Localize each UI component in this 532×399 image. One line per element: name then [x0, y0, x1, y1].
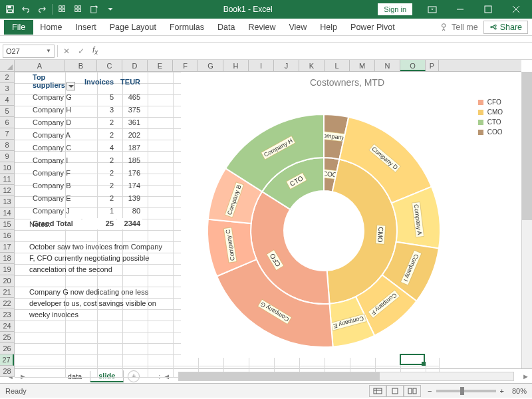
formula-input[interactable]: [100, 45, 529, 58]
table-row[interactable]: Company A2202: [31, 130, 142, 141]
normal-view-icon[interactable]: [369, 385, 386, 397]
filter-icon[interactable]: [66, 82, 75, 90]
tab-power-pivot[interactable]: Power Pivot: [344, 20, 402, 35]
row-header[interactable]: 10: [0, 162, 14, 174]
table-row[interactable]: Company C4187: [31, 142, 142, 154]
table-row[interactable]: Company G5465: [31, 92, 142, 103]
tab-file[interactable]: File: [4, 20, 33, 35]
tab-view[interactable]: View: [282, 20, 313, 35]
column-header[interactable]: B: [65, 60, 97, 71]
tab-page-layout[interactable]: Page Layout: [103, 20, 163, 35]
column-header[interactable]: F: [173, 60, 198, 71]
column-header[interactable]: J: [274, 60, 299, 71]
row-header[interactable]: 18: [0, 253, 14, 264]
maximize-icon[interactable]: [475, 1, 501, 17]
row-header[interactable]: 20: [0, 275, 14, 287]
redo-icon[interactable]: [35, 2, 49, 17]
zoom-slider[interactable]: [436, 390, 496, 392]
save-icon[interactable]: [3, 2, 17, 17]
tab-review[interactable]: Review: [241, 20, 282, 35]
column-header[interactable]: K: [299, 60, 325, 71]
table-row[interactable]: Company H3375: [31, 104, 142, 116]
page-break-view-icon[interactable]: [404, 385, 421, 397]
qat-icon-1[interactable]: [55, 2, 70, 17]
tab-help[interactable]: Help: [313, 20, 344, 35]
row-header[interactable]: 23: [0, 309, 14, 321]
row-header[interactable]: 12: [0, 185, 14, 196]
row-header[interactable]: 11: [0, 174, 14, 185]
row-header[interactable]: 8: [0, 140, 14, 151]
column-header[interactable]: M: [350, 60, 375, 71]
vertical-scrollbar[interactable]: [521, 72, 532, 368]
tab-formulas[interactable]: Formulas: [163, 20, 211, 35]
table-row[interactable]: Company F2176: [31, 168, 142, 179]
column-header[interactable]: C: [97, 60, 122, 71]
qat-icon-3[interactable]: [87, 2, 102, 17]
row-header[interactable]: 25: [0, 332, 14, 343]
zoom-out-button[interactable]: −: [428, 387, 432, 395]
table-row[interactable]: Company D2361: [31, 117, 142, 128]
zoom-level[interactable]: 80%: [512, 387, 527, 395]
pivot-table[interactable]: Top suppliers Invoices TEUR Company G546…: [29, 72, 144, 231]
undo-icon[interactable]: [19, 2, 33, 17]
column-header[interactable]: A: [15, 60, 65, 71]
cancel-formula-icon[interactable]: ✕: [61, 47, 72, 56]
sunburst-chart[interactable]: Costowners, MTD COOCMOCFOCTOCompany JCom…: [181, 72, 513, 358]
row-header[interactable]: 2: [0, 72, 14, 83]
row-header[interactable]: 9: [0, 151, 14, 162]
column-header[interactable]: H: [223, 60, 249, 71]
row-header[interactable]: 3: [0, 83, 14, 94]
chevron-down-icon[interactable]: ▼: [46, 48, 51, 54]
qat-customize-icon[interactable]: [103, 2, 118, 17]
row-header[interactable]: 27: [0, 354, 14, 366]
page-layout-view-icon[interactable]: [386, 385, 404, 397]
row-header[interactable]: 4: [0, 94, 14, 106]
column-header[interactable]: O: [400, 60, 426, 71]
fx-icon[interactable]: fx: [92, 45, 98, 56]
column-header[interactable]: E: [148, 60, 173, 71]
close-icon[interactable]: [503, 1, 529, 17]
row-header[interactable]: 26: [0, 343, 14, 354]
select-all-corner[interactable]: [0, 60, 15, 72]
row-header[interactable]: 13: [0, 196, 14, 207]
column-header[interactable]: N: [375, 60, 400, 71]
share-button[interactable]: Share: [483, 21, 528, 34]
row-header[interactable]: 5: [0, 106, 14, 117]
row-header[interactable]: 28: [0, 366, 14, 377]
row-header[interactable]: 16: [0, 230, 14, 241]
horizontal-scrollbar[interactable]: : ◄ ►: [153, 372, 532, 381]
sign-in-button[interactable]: Sign in: [378, 3, 412, 15]
qat-icon-2[interactable]: [71, 2, 86, 17]
sheet-nav-next-icon[interactable]: ►: [19, 372, 27, 380]
row-header[interactable]: 7: [0, 128, 14, 140]
sheet-tab-slide[interactable]: slide: [90, 370, 124, 382]
name-box[interactable]: O27 ▼: [3, 45, 55, 58]
column-header[interactable]: I: [249, 60, 274, 71]
column-header[interactable]: D: [122, 60, 148, 71]
tell-me-search[interactable]: Tell me: [434, 23, 483, 32]
column-header[interactable]: P: [426, 60, 439, 71]
minimize-icon[interactable]: [447, 1, 473, 17]
row-header[interactable]: 15: [0, 219, 14, 230]
column-header[interactable]: G: [198, 60, 223, 71]
enter-formula-icon[interactable]: ✓: [75, 47, 87, 56]
row-header[interactable]: 14: [0, 207, 14, 219]
table-row[interactable]: Company J180: [31, 205, 142, 217]
add-sheet-button[interactable]: +: [128, 370, 140, 382]
table-row[interactable]: Company I2185: [31, 155, 142, 166]
row-header[interactable]: 19: [0, 264, 14, 275]
row-header[interactable]: 24: [0, 321, 14, 332]
tab-home[interactable]: Home: [33, 20, 68, 35]
row-header[interactable]: 17: [0, 241, 14, 253]
ribbon-options-icon[interactable]: [419, 1, 446, 17]
worksheet-grid[interactable]: ABCDEFGHIJKLMNOP 23456789101112131415161…: [0, 60, 532, 368]
tab-data[interactable]: Data: [211, 20, 241, 35]
table-row[interactable]: Company E2139: [31, 193, 142, 204]
zoom-in-button[interactable]: +: [500, 387, 504, 395]
column-header[interactable]: L: [325, 60, 350, 71]
table-row[interactable]: Company B2174: [31, 180, 142, 192]
tab-insert[interactable]: Insert: [69, 20, 103, 35]
sheet-tab-data[interactable]: data: [60, 371, 90, 382]
row-header[interactable]: 6: [0, 117, 14, 128]
row-header[interactable]: 22: [0, 298, 14, 309]
